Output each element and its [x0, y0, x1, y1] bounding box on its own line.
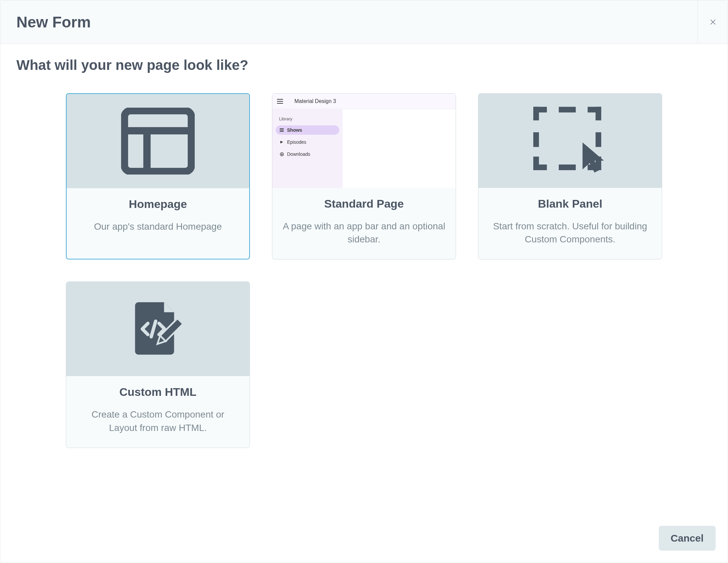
template-card-blank-panel[interactable]: Blank Panel Start from scratch. Useful f… [478, 93, 662, 259]
card-title: Blank Panel [488, 197, 652, 210]
card-content: Standard Page A page with an app bar and… [272, 188, 456, 259]
template-grid: Homepage Our app's standard Homepage Mat… [16, 93, 712, 448]
close-button[interactable] [698, 0, 728, 43]
svg-rect-4 [280, 130, 284, 130]
dialog-body: What will your new page look like? Homep… [0, 44, 728, 519]
card-title: Custom HTML [76, 385, 240, 399]
svg-rect-10 [559, 107, 576, 112]
svg-rect-19 [533, 132, 539, 147]
svg-rect-16 [559, 164, 576, 170]
question-heading: What will your new page look like? [16, 57, 712, 73]
template-card-custom-html[interactable]: Custom HTML Create a Custom Component or… [66, 282, 250, 448]
blank-panel-preview [478, 94, 662, 188]
preview-sidebar-item: Episodes [276, 137, 339, 147]
preview-sidebar-item-label: Downloads [287, 151, 310, 157]
card-desc: A page with an app bar and an optional s… [282, 220, 446, 246]
card-content: Custom HTML Create a Custom Component or… [66, 376, 250, 447]
download-icon [280, 152, 284, 156]
preview-sidebar-item-label: Shows [287, 127, 302, 133]
layout-icon [121, 108, 195, 175]
svg-rect-0 [124, 111, 191, 172]
homepage-preview [67, 94, 249, 188]
blank-selection-icon [530, 104, 610, 178]
preview-sidebar-item: Shows [276, 125, 339, 135]
card-content: Blank Panel Start from scratch. Useful f… [478, 188, 662, 259]
svg-rect-3 [280, 128, 284, 129]
svg-rect-12 [596, 107, 601, 120]
card-title: Homepage [77, 198, 239, 211]
hamburger-icon [277, 99, 283, 104]
play-icon [280, 140, 284, 144]
card-title: Standard Page [282, 197, 446, 210]
card-desc: Create a Custom Component or Layout from… [76, 408, 240, 434]
card-desc: Start from scratch. Useful for building … [488, 220, 652, 246]
svg-rect-13 [596, 132, 601, 147]
new-form-dialog: New Form What will your new page look li… [0, 0, 728, 563]
card-content: Homepage Our app's standard Homepage [67, 188, 249, 259]
template-card-homepage[interactable]: Homepage Our app's standard Homepage [66, 93, 250, 259]
cancel-button[interactable]: Cancel [659, 526, 716, 551]
card-desc: Our app's standard Homepage [77, 220, 239, 233]
preview-appbar: Material Design 3 [272, 94, 456, 109]
svg-marker-6 [280, 141, 283, 143]
preview-sidebar-item: Downloads [276, 149, 339, 159]
list-icon [280, 128, 284, 132]
code-file-pencil-icon [124, 296, 191, 362]
template-card-standard-page[interactable]: Material Design 3 Library Shows [272, 93, 456, 259]
preview-sidebar-item-label: Episodes [287, 139, 306, 145]
preview-app-title: Material Design 3 [294, 98, 336, 104]
standard-page-preview: Material Design 3 Library Shows [272, 94, 456, 188]
preview-sidebar-header: Library [276, 115, 339, 123]
close-icon [708, 17, 718, 27]
svg-rect-18 [533, 156, 539, 170]
svg-rect-9 [533, 107, 539, 120]
dialog-title: New Form [16, 13, 91, 31]
dialog-header: New Form [0, 0, 728, 44]
dialog-footer: Cancel [0, 519, 728, 563]
preview-sidebar: Library Shows [272, 109, 343, 188]
custom-html-preview [66, 282, 250, 376]
svg-rect-5 [280, 131, 284, 132]
